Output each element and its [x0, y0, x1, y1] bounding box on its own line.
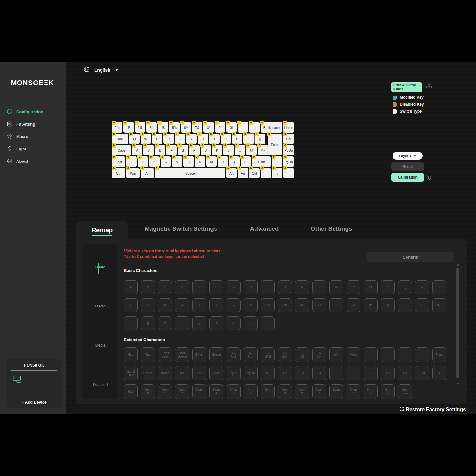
- virtual-key[interactable]: ]}0: [255, 134, 265, 144]
- virtual-key[interactable]: Shift0: [252, 156, 271, 167]
- remap-key[interactable]: Num 8: [278, 384, 292, 399]
- remap-key[interactable]: Y: [209, 298, 223, 312]
- help-icon[interactable]: ?: [426, 84, 432, 89]
- remap-key[interactable]: F3: [295, 366, 309, 380]
- virtual-key[interactable]: G0: [178, 145, 188, 155]
- remap-key[interactable]: Num *: [347, 384, 360, 399]
- remap-key[interactable]: Num 4: [209, 384, 223, 399]
- reset-button[interactable]: Reset: [391, 162, 424, 171]
- remap-key[interactable]: 0): [398, 298, 412, 312]
- remap-key[interactable]: E: [192, 280, 206, 294]
- remap-key[interactable]: PgUp: [227, 366, 241, 380]
- virtual-key[interactable]: Y0: [186, 134, 197, 144]
- remap-key[interactable]: Home: [158, 366, 172, 380]
- remap-key[interactable]: Z: [227, 298, 241, 312]
- remap-key[interactable]: F7: [364, 366, 378, 380]
- remap-key[interactable]: 1!: [244, 298, 258, 312]
- virtual-key[interactable]: Ctrl0: [249, 168, 260, 178]
- remap-key[interactable]: Del: [209, 366, 223, 380]
- remap-key[interactable]: Scroll Lock: [124, 366, 138, 380]
- remap-key[interactable]: \|: [244, 316, 258, 330]
- remap-key[interactable]: G: [227, 280, 241, 294]
- virtual-key[interactable]: .>0: [229, 156, 240, 167]
- virtual-key[interactable]: I0: [209, 134, 220, 144]
- remap-key[interactable]: W: [175, 298, 189, 312]
- remap-key[interactable]: R- Ctrl: [244, 347, 258, 362]
- retrieve-current-setting-button[interactable]: Retrieve Current Setting: [391, 82, 422, 92]
- virtual-key[interactable]: PgUp0: [283, 145, 294, 155]
- virtual-key[interactable]: \|0: [126, 156, 137, 167]
- remap-key[interactable]: V: [158, 298, 172, 312]
- remap-key[interactable]: Num /: [312, 384, 326, 399]
- virtual-key[interactable]: 2@0: [135, 122, 145, 133]
- calibration-button[interactable]: Calibration: [391, 173, 424, 182]
- remap-key[interactable]: Space: [209, 347, 223, 362]
- remap-key[interactable]: Pause: [141, 366, 155, 380]
- remap-key[interactable]: F10: [415, 366, 429, 380]
- remap-key[interactable]: End: [192, 366, 206, 380]
- virtual-key[interactable]: ,<0: [218, 156, 228, 167]
- tab-advanced[interactable]: Advanced: [250, 225, 279, 232]
- remap-key[interactable]: R: [415, 280, 429, 294]
- virtual-key[interactable]: 7&0: [192, 122, 202, 133]
- restore-factory-settings-button[interactable]: Restore Factory Settings: [399, 406, 466, 413]
- remap-key[interactable]: O: [364, 280, 378, 294]
- virtual-key[interactable]: M0: [206, 156, 217, 167]
- virtual-key[interactable]: 8*0: [203, 122, 214, 133]
- remap-key[interactable]: P: [381, 280, 395, 294]
- remap-key[interactable]: -_: [415, 298, 429, 312]
- remap-key[interactable]: F6: [347, 366, 360, 380]
- remap-key[interactable]: =+: [432, 298, 446, 312]
- virtual-key[interactable]: /?0: [241, 156, 251, 167]
- virtual-key[interactable]: Tab0: [112, 134, 128, 144]
- virtual-key[interactable]: A0: [132, 145, 142, 155]
- remap-key[interactable]: U: [141, 298, 155, 312]
- virtual-key[interactable]: =+0: [249, 122, 260, 133]
- add-device-button[interactable]: + Add Device: [7, 400, 61, 405]
- remap-key[interactable]: Num 3: [192, 384, 206, 399]
- remap-key[interactable]: 3#: [278, 298, 292, 312]
- remap-key[interactable]: C: [158, 280, 172, 294]
- sidebar-item-fnsetting[interactable]: Fn FnSetting: [0, 118, 66, 130]
- virtual-key[interactable]: Win0: [126, 168, 140, 178]
- remap-key[interactable]: M: [329, 280, 343, 294]
- sidebar-item-light[interactable]: Light: [0, 143, 66, 155]
- remap-key[interactable]: I: [261, 280, 275, 294]
- virtual-key-enter[interactable]: Enter0: [268, 134, 282, 155]
- remap-key[interactable]: [{: [124, 316, 138, 330]
- remap-key[interactable]: ]}: [141, 316, 155, 330]
- remap-key[interactable]: F4: [312, 366, 326, 380]
- remap-key[interactable]: ↑: [364, 347, 378, 362]
- remap-key[interactable]: F2: [278, 366, 292, 380]
- remap-key[interactable]: →: [415, 347, 429, 362]
- remap-key[interactable]: .>: [209, 316, 223, 330]
- virtual-key[interactable]: Esc0: [112, 122, 122, 133]
- virtual-key[interactable]: -_0: [238, 122, 248, 133]
- remap-key[interactable]: D: [175, 280, 189, 294]
- virtual-key[interactable]: PgDn0: [283, 156, 294, 167]
- virtual-key[interactable]: ←0: [261, 168, 271, 178]
- remap-key[interactable]: L- Alt: [295, 347, 309, 362]
- virtual-key[interactable]: 1!0: [123, 122, 134, 133]
- remap-key[interactable]: R- Shift: [278, 347, 292, 362]
- tab-remap[interactable]: Remap: [76, 221, 128, 239]
- virtual-key[interactable]: C0: [161, 156, 171, 167]
- virtual-key[interactable]: Backspace0: [261, 122, 282, 133]
- remap-key[interactable]: ↓: [398, 347, 412, 362]
- remap-key[interactable]: Menu: [347, 347, 360, 362]
- virtual-key[interactable]: ↓0: [272, 168, 282, 178]
- help-icon[interactable]: ?: [426, 175, 431, 180]
- virtual-key[interactable]: S0: [143, 145, 154, 155]
- remap-key[interactable]: Ins: [175, 366, 189, 380]
- virtual-key[interactable]: [{0: [243, 134, 254, 144]
- remap-key[interactable]: Num 9: [295, 384, 309, 399]
- virtual-key[interactable]: Alt0: [141, 168, 154, 178]
- remap-key[interactable]: 2@: [261, 298, 275, 312]
- virtual-key[interactable]: Caps0: [112, 145, 131, 155]
- remap-key[interactable]: H: [244, 280, 258, 294]
- category-macro[interactable]: Macro: [83, 304, 118, 308]
- language-selector[interactable]: English: [84, 66, 119, 74]
- virtual-key[interactable]: Home0: [283, 122, 294, 133]
- remap-key[interactable]: ←: [381, 347, 395, 362]
- virtual-key[interactable]: R0: [163, 134, 174, 144]
